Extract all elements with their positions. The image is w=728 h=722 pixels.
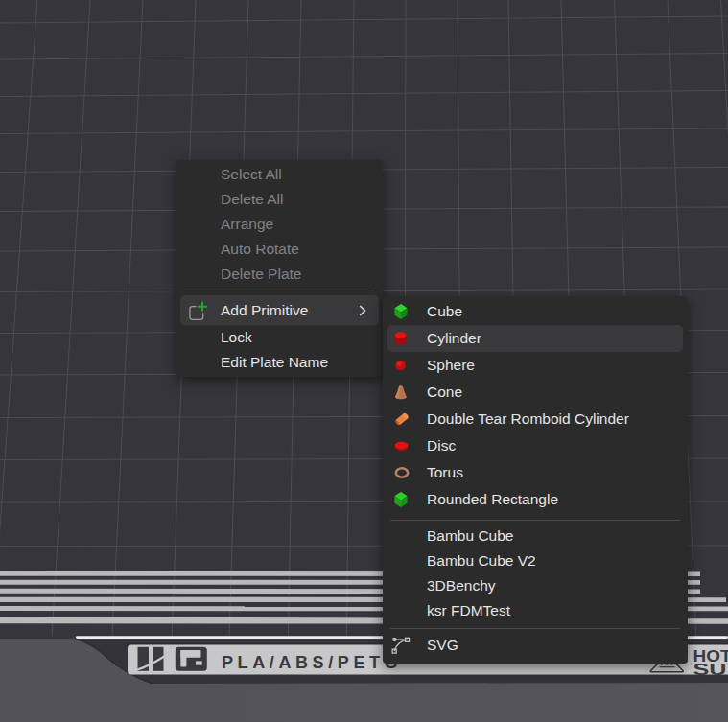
svg-text:PLA/ABS/PETG: PLA/ABS/PETG — [222, 653, 402, 672]
svg-text:SU: SU — [693, 661, 727, 678]
